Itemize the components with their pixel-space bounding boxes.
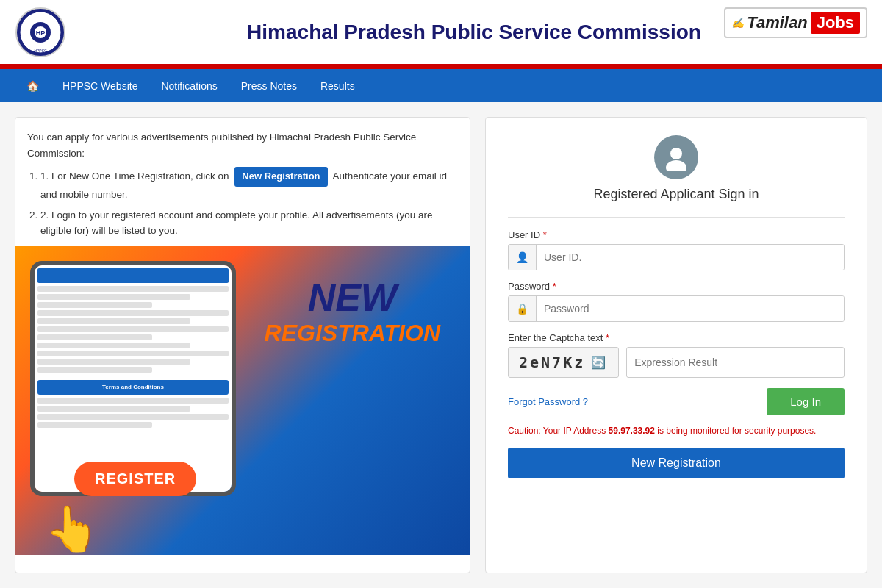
captcha-input-wrapper — [626, 347, 845, 378]
captcha-label: Enter the Captcha text * — [508, 332, 845, 343]
step1-prefix: 1. For New One Time Registration, click … — [40, 171, 229, 182]
nav-press-notes[interactable]: Press Notes — [229, 69, 309, 102]
userid-group: User ID * 👤 — [508, 229, 845, 270]
tablet-illustration: Terms and Conditions — [30, 261, 236, 496]
main-content: You can apply for various advertisements… — [0, 102, 882, 588]
tamilan-text: Tamilan — [747, 13, 807, 32]
refresh-icon[interactable]: 🔄 — [591, 356, 608, 370]
captcha-input[interactable] — [627, 350, 844, 375]
new-registration-overlay: NEW REGISTRATION — [265, 276, 440, 347]
password-input[interactable] — [537, 296, 844, 321]
password-input-wrapper: 🔒 — [508, 295, 845, 322]
sign-in-header: Registered Applicant Sign in — [508, 135, 845, 202]
jobs-badge: Jobs — [811, 12, 860, 34]
captcha-box: 2eN7Kz 🔄 — [508, 347, 619, 378]
new-registration-button[interactable]: New Registration — [508, 448, 845, 478]
ip-address: 59.97.33.92 — [609, 426, 655, 436]
banner-image: Terms and Conditions NEW REGISTRATION RE… — [15, 246, 470, 555]
avatar-icon — [663, 144, 689, 171]
userid-label: User ID * — [508, 229, 845, 240]
hppsc-logo: HP HPPSC — [15, 7, 66, 58]
tamilan-jobs-badge: ✍ Tamilan Jobs — [724, 7, 867, 38]
svg-point-7 — [666, 160, 686, 171]
caution-text: Caution: Your IP Address 59.97.33.92 is … — [508, 424, 845, 437]
register-button-overlay: REGISTER — [74, 462, 196, 496]
password-group: Password * 🔒 — [508, 281, 845, 322]
svg-text:HPPSC: HPPSC — [34, 49, 47, 53]
description-text: You can apply for various advertisements… — [27, 129, 458, 161]
home-icon: 🏠 — [26, 80, 39, 92]
navbar: 🏠 HPPSC Website Notifications Press Note… — [0, 69, 882, 102]
sign-in-title: Registered Applicant Sign in — [508, 187, 845, 202]
page-header: HP HPPSC Himachal Pradesh Public Service… — [0, 0, 882, 66]
divider — [508, 217, 845, 218]
right-panel: Registered Applicant Sign in User ID * 👤… — [485, 117, 867, 573]
lock-icon: 🔒 — [509, 296, 537, 321]
nav-notifications[interactable]: Notifications — [149, 69, 229, 102]
hands-illustration: 👆 — [45, 503, 100, 555]
forgot-login-row: Forgot Password ? Log In — [508, 388, 845, 415]
captcha-group: Enter the Captcha text * 2eN7Kz 🔄 — [508, 332, 845, 378]
left-panel: You can apply for various advertisements… — [15, 117, 470, 573]
registration-text: REGISTRATION — [265, 320, 440, 347]
nav-home[interactable]: 🏠 — [15, 69, 51, 102]
left-panel-text: You can apply for various advertisements… — [15, 118, 470, 246]
user-icon: 👤 — [509, 245, 537, 270]
userid-input[interactable] — [537, 245, 844, 270]
svg-point-6 — [670, 148, 682, 159]
login-button[interactable]: Log In — [767, 388, 845, 415]
nav-results[interactable]: Results — [309, 69, 367, 102]
captcha-row: 2eN7Kz 🔄 — [508, 347, 845, 378]
new-text: NEW — [265, 276, 440, 320]
step2-text: 2. Login to your registered account and … — [40, 207, 458, 239]
nav-hppsc-website[interactable]: HPPSC Website — [51, 69, 149, 102]
svg-text:HP: HP — [36, 29, 46, 37]
captcha-value: 2eN7Kz — [519, 354, 585, 371]
caution-prefix: Caution: Your IP Address — [508, 426, 606, 436]
userid-input-wrapper: 👤 — [508, 244, 845, 270]
inline-new-registration-btn[interactable]: New Registration — [234, 167, 327, 187]
forgot-password-link[interactable]: Forgot Password ? — [508, 396, 588, 407]
user-avatar — [654, 135, 698, 179]
caution-suffix: is being monitored for security purposes… — [657, 426, 816, 436]
password-label: Password * — [508, 281, 845, 292]
